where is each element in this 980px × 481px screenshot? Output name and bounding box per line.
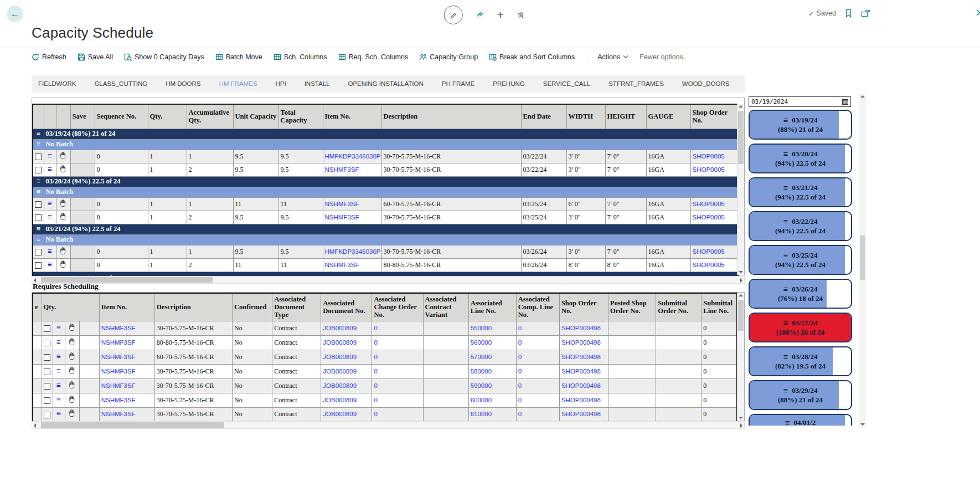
assoc_comp_line_no-link[interactable]: 0 (518, 382, 522, 389)
shop_order_no-link[interactable]: SHOP000498 (561, 339, 601, 346)
tab-wood-doors[interactable]: WOOD_DOORS (682, 80, 730, 87)
drag-handle[interactable] (69, 337, 76, 346)
scroll-thumb[interactable] (860, 236, 865, 280)
item_no-link[interactable]: NSHMF3SF (101, 382, 136, 389)
tab-hm-frames[interactable]: HM FRAMES (219, 80, 257, 87)
item_no-link[interactable]: NSHMF3SF (325, 201, 359, 207)
column-header[interactable]: Submittal Order No. (656, 293, 702, 321)
assoc_line_no-link[interactable]: 550000 (471, 325, 492, 331)
schedule-vertical-scrollbar[interactable] (737, 104, 744, 275)
assoc_doc_no-link[interactable]: JOB000809 (323, 325, 357, 331)
shop_order_no-link[interactable]: SHOP0005 (693, 214, 725, 221)
tab-service-call[interactable]: SERVICE_CALL (543, 80, 590, 87)
edit-button[interactable] (444, 6, 463, 24)
batch-menu-icon[interactable]: ≡ (33, 234, 44, 245)
column-header[interactable]: WIDTH (566, 104, 605, 129)
assoc_comp_line_no-link[interactable]: 0 (518, 339, 522, 346)
capacity-day-card[interactable]: ≡03/25/24(94%) 22.5 of 24 (749, 245, 852, 275)
bookmark-button[interactable] (844, 9, 853, 18)
tab-prehung[interactable]: PREHUNG (493, 80, 525, 87)
toolbar-button-save-all[interactable]: Save All (78, 53, 113, 61)
card-menu-icon[interactable]: ≡ (783, 149, 788, 160)
drag-handle[interactable] (69, 381, 76, 389)
row-menu-icon[interactable]: ≡ (48, 262, 52, 268)
date-picker-input[interactable]: 03/19/2024 (749, 96, 851, 107)
item_no-link[interactable]: NSHMF3SF (325, 262, 359, 268)
assoc_comp_line_no-link[interactable]: 0 (518, 368, 522, 375)
assoc_comp_line_no-link[interactable]: 0 (518, 354, 522, 360)
row-checkbox[interactable] (44, 412, 50, 418)
row-menu-icon[interactable]: ≡ (48, 201, 52, 207)
assoc_change_order_no-link[interactable]: 0 (374, 339, 377, 346)
fewer-options-button[interactable]: Fewer options (639, 53, 683, 61)
row-checkbox[interactable] (35, 262, 42, 269)
assoc_change_order_no-link[interactable]: 0 (374, 411, 377, 417)
column-header[interactable]: Unit Capacity (233, 104, 278, 129)
drag-handle[interactable] (60, 199, 67, 207)
batch-menu-icon[interactable]: ≡ (33, 187, 44, 197)
batch-menu-icon[interactable]: ≡ (33, 139, 44, 150)
column-header[interactable]: Total Capacity (278, 104, 323, 129)
drag-handle[interactable] (69, 323, 76, 331)
assoc_comp_line_no-link[interactable]: 0 (518, 325, 522, 331)
assoc_change_order_no-link[interactable]: 0 (374, 397, 377, 403)
toolbar-button-break-and-sort-columns[interactable]: Break and Sort Columns (489, 53, 575, 61)
column-header[interactable]: HEIGHT (605, 104, 646, 129)
row-menu-icon[interactable]: ≡ (56, 325, 61, 331)
column-header-qty[interactable]: Qty. (42, 293, 99, 321)
scroll-thumb[interactable] (738, 111, 744, 164)
column-header[interactable]: Shop Order No. (559, 293, 608, 321)
row-menu-icon[interactable]: ≡ (48, 167, 52, 172)
row-checkbox[interactable] (44, 340, 50, 346)
row-checkbox[interactable] (44, 325, 50, 332)
drag-handle[interactable] (69, 395, 76, 403)
assoc_doc_no-link[interactable]: JOB000809 (323, 354, 357, 360)
row-checkbox[interactable] (44, 354, 50, 361)
toolbar-button-req-sch-columns[interactable]: Req. Sch. Columns (338, 53, 409, 61)
item_no-link[interactable]: NSHMF3SF (101, 325, 136, 331)
column-header[interactable]: Associated Contract Variant (423, 293, 468, 321)
assoc_doc_no-link[interactable]: JOB000809 (323, 397, 357, 403)
share-button[interactable] (476, 11, 484, 19)
card-menu-icon[interactable]: ≡ (785, 418, 790, 426)
group-menu-icon[interactable]: ≡ (33, 224, 44, 234)
scroll-up-arrow[interactable] (860, 95, 865, 98)
capacity-day-card[interactable]: ≡03/27/24(108%) 26 of 24 (749, 313, 852, 342)
assoc_line_no-link[interactable]: 560000 (471, 339, 492, 346)
card-menu-icon[interactable]: ≡ (783, 250, 788, 261)
column-header[interactable]: Description (154, 293, 232, 321)
item_no-link[interactable]: NSHMF3SF (101, 397, 136, 403)
toolbar-button-sch-columns[interactable]: Sch. Columns (274, 53, 327, 61)
shop_order_no-link[interactable]: SHOP0005 (693, 166, 725, 173)
shop_order_no-link[interactable]: SHOP000498 (561, 382, 601, 389)
column-header[interactable]: Qty. (148, 104, 187, 129)
item_no-link[interactable]: NSHMF3SF (101, 354, 136, 360)
assoc_line_no-link[interactable]: 590000 (471, 382, 492, 389)
group-menu-icon[interactable]: ≡ (33, 129, 44, 139)
tab-hpi[interactable]: HPI (275, 80, 286, 87)
toolbar-button-refresh[interactable]: Refresh (32, 53, 66, 61)
back-button[interactable]: ← (7, 6, 23, 22)
card-menu-icon[interactable]: ≡ (783, 318, 788, 329)
column-header[interactable]: Description (381, 104, 521, 129)
shop_order_no-link[interactable]: SHOP0005 (693, 248, 725, 255)
row-checkbox[interactable] (44, 397, 50, 404)
assoc_line_no-link[interactable]: 610000 (471, 411, 492, 417)
drag-handle[interactable] (60, 151, 67, 160)
drag-handle[interactable] (60, 165, 67, 173)
capacity-day-card[interactable]: ≡03/26/24(76%) 18 of 24 (749, 279, 852, 309)
item_no-link[interactable]: NSHMF3SF (101, 411, 136, 417)
tab-glass-cutting[interactable]: GLASS_CUTTING (94, 80, 147, 87)
row-menu-icon[interactable]: ≡ (56, 411, 61, 417)
row-checkbox[interactable] (35, 167, 42, 173)
drag-handle[interactable] (69, 409, 76, 417)
toolbar-button-batch-move[interactable]: Batch Move (215, 53, 262, 61)
row-checkbox[interactable] (35, 249, 42, 255)
item_no-link[interactable]: NSHMF3SF (325, 166, 359, 173)
column-header[interactable]: Posted Shop Order No. (608, 293, 656, 321)
scroll-right-arrow[interactable] (740, 278, 742, 283)
toolbar-button-show-0-capacity-days[interactable]: Show 0 Capacity Days (124, 53, 204, 61)
scroll-down-arrow[interactable] (739, 417, 743, 419)
assoc_doc_no-link[interactable]: JOB000809 (323, 368, 357, 375)
column-header[interactable]: Associated Change Order No. (372, 293, 423, 321)
